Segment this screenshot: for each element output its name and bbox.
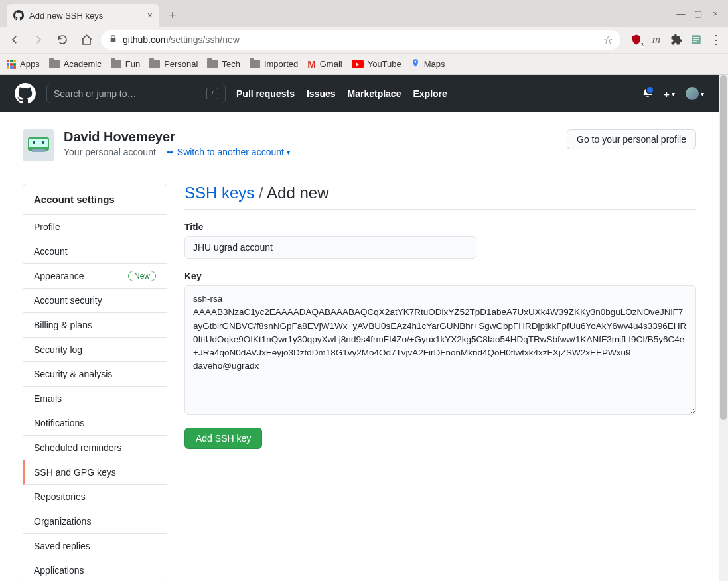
- bookmark-gmail[interactable]: MGmail: [307, 58, 342, 70]
- breadcrumb-current: Add new: [267, 184, 328, 202]
- sidebar-item-applications[interactable]: Applications: [23, 558, 167, 581]
- folder-icon: [111, 60, 121, 68]
- key-label: Key: [184, 271, 696, 281]
- bookmark-folder-imported[interactable]: Imported: [250, 59, 298, 69]
- apps-button[interactable]: Apps: [7, 59, 40, 69]
- sidebar-item-scheduled-reminders[interactable]: Scheduled reminders: [23, 436, 167, 460]
- account-info: David Hovemeyer Your personal account Sw…: [64, 129, 290, 157]
- youtube-icon: [352, 60, 364, 68]
- reload-icon[interactable]: [53, 31, 72, 49]
- sidebar-item-notifications[interactable]: Notifications: [23, 411, 167, 436]
- window-minimize-icon[interactable]: —: [676, 9, 686, 19]
- sidebar-item-account-security[interactable]: Account security: [23, 289, 167, 313]
- main-panel: SSH keys / Add new Title Key Add SSH key: [184, 184, 696, 581]
- github-search-input[interactable]: Search or jump to… /: [46, 84, 226, 103]
- page-title: SSH keys / Add new: [184, 184, 696, 210]
- nav-explore[interactable]: Explore: [413, 88, 447, 99]
- notifications-bell-icon[interactable]: [642, 87, 653, 101]
- tab-close-icon[interactable]: ×: [147, 10, 153, 21]
- sidebar-item-appearance[interactable]: AppearanceNew: [23, 264, 167, 289]
- avatar[interactable]: [23, 129, 54, 161]
- extension-m-icon[interactable]: m: [650, 33, 663, 46]
- create-new-dropdown[interactable]: +▾: [664, 88, 675, 99]
- key-textarea[interactable]: [184, 285, 696, 415]
- bookmark-star-icon[interactable]: ☆: [603, 34, 613, 46]
- ublock-icon[interactable]: 3: [630, 33, 643, 46]
- nav-marketplace[interactable]: Marketplace: [348, 88, 401, 99]
- window-controls: — ▢ ×: [676, 0, 728, 27]
- back-icon[interactable]: [5, 31, 24, 49]
- sidebar-item-repositories[interactable]: Repositories: [23, 485, 167, 509]
- switch-icon: [165, 147, 175, 157]
- svg-rect-3: [693, 41, 697, 42]
- sidebar-item-security-analysis[interactable]: Security & analysis: [23, 362, 167, 387]
- sidebar-item-profile[interactable]: Profile: [23, 215, 167, 239]
- add-ssh-key-button[interactable]: Add SSH key: [184, 428, 262, 449]
- github-nav: Pull requests Issues Marketplace Explore: [236, 88, 447, 99]
- folder-icon: [250, 60, 260, 68]
- account-subtitle: Your personal account: [64, 147, 156, 157]
- browser-toolbar: github.com/settings/ssh/new ☆ 3 m ⋮: [0, 27, 728, 53]
- maps-pin-icon: [411, 57, 420, 71]
- vertical-scrollbar[interactable]: [719, 75, 728, 581]
- bookmark-folder-personal[interactable]: Personal: [149, 59, 198, 69]
- svg-point-4: [414, 61, 416, 63]
- chrome-menu-icon[interactable]: ⋮: [709, 33, 723, 46]
- nav-pull-requests[interactable]: Pull requests: [236, 88, 295, 99]
- bookmark-maps[interactable]: Maps: [411, 57, 445, 71]
- apps-grid-icon: [7, 60, 16, 69]
- home-icon[interactable]: [77, 31, 96, 49]
- folder-icon: [149, 60, 160, 68]
- caret-down-icon: ▾: [287, 149, 290, 156]
- window-maximize-icon[interactable]: ▢: [693, 9, 703, 19]
- ext-badge: 3: [640, 42, 644, 48]
- viewport: Search or jump to… / Pull requests Issue…: [0, 74, 728, 581]
- page-content: Search or jump to… / Pull requests Issue…: [0, 75, 719, 581]
- github-logo-icon[interactable]: [15, 83, 36, 104]
- bookmark-folder-fun[interactable]: Fun: [111, 59, 140, 69]
- github-content: David Hovemeyer Your personal account Sw…: [0, 112, 719, 581]
- sidebar-item-emails[interactable]: Emails: [23, 387, 167, 411]
- url-text: github.com/settings/ssh/new: [123, 34, 240, 45]
- window-close-icon[interactable]: ×: [711, 9, 720, 19]
- tab-strip: Add new SSH keys × + — ▢ ×: [0, 0, 728, 27]
- user-name: David Hovemeyer: [64, 129, 290, 145]
- user-menu-dropdown[interactable]: ▾: [686, 87, 704, 100]
- title-input[interactable]: [184, 236, 476, 259]
- sidebar-item-account[interactable]: Account: [23, 239, 167, 264]
- svg-rect-1: [693, 37, 699, 38]
- forward-icon: [29, 31, 48, 49]
- github-header: Search or jump to… / Pull requests Issue…: [0, 75, 719, 112]
- folder-icon: [49, 60, 60, 68]
- bookmark-folder-tech[interactable]: Tech: [207, 59, 240, 69]
- svg-point-9: [42, 141, 44, 144]
- sidebar-item-organizations[interactable]: Organizations: [23, 509, 167, 534]
- sidebar-item-billing[interactable]: Billing & plans: [23, 313, 167, 338]
- main-columns: Account settings Profile Account Appeara…: [23, 184, 696, 581]
- sidebar-item-saved-replies[interactable]: Saved replies: [23, 534, 167, 558]
- sidebar-header: Account settings: [23, 184, 167, 215]
- extensions-puzzle-icon[interactable]: [670, 33, 683, 46]
- browser-tab[interactable]: Add new SSH keys ×: [7, 4, 159, 27]
- go-to-profile-button[interactable]: Go to your personal profile: [567, 129, 696, 149]
- svg-rect-2: [693, 39, 699, 40]
- scrollbar-thumb[interactable]: [720, 75, 727, 420]
- svg-rect-10: [32, 149, 45, 152]
- switch-account-link[interactable]: Switch to another account ▾: [165, 147, 290, 157]
- address-bar[interactable]: github.com/settings/ssh/new ☆: [101, 30, 620, 50]
- avatar-icon: [686, 87, 699, 100]
- breadcrumb-ssh-keys[interactable]: SSH keys: [184, 184, 254, 202]
- tab-title: Add new SSH keys: [29, 11, 103, 21]
- settings-sidebar: Account settings Profile Account Appeara…: [23, 184, 167, 581]
- account-header-row: David Hovemeyer Your personal account Sw…: [23, 129, 696, 161]
- bookmark-youtube[interactable]: YouTube: [352, 59, 401, 69]
- nav-issues[interactable]: Issues: [307, 88, 336, 99]
- extension-misc-icon[interactable]: [690, 33, 703, 46]
- search-placeholder: Search or jump to…: [54, 88, 137, 99]
- bookmark-folder-academic[interactable]: Academic: [49, 59, 102, 69]
- sidebar-item-security-log[interactable]: Security log: [23, 338, 167, 362]
- key-field: Key: [184, 271, 696, 417]
- new-tab-button[interactable]: +: [163, 6, 182, 25]
- folder-icon: [207, 60, 218, 68]
- sidebar-item-ssh-gpg-keys[interactable]: SSH and GPG keys: [23, 460, 167, 485]
